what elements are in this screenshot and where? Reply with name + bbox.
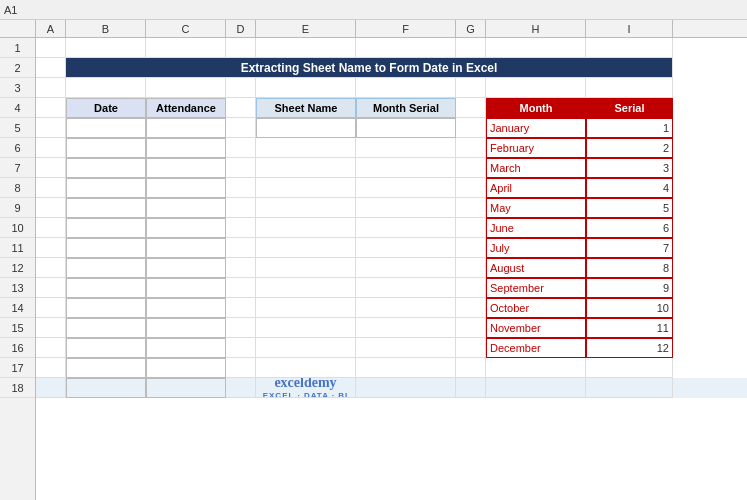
cell-h1[interactable] — [486, 38, 586, 58]
cell-g10[interactable] — [456, 218, 486, 238]
cell-f11[interactable] — [356, 238, 456, 258]
cell-i17[interactable] — [586, 358, 673, 378]
cell-c10[interactable] — [146, 218, 226, 238]
cells-grid[interactable]: Extracting Sheet Name to Form Date in Ex… — [36, 38, 747, 500]
cell-d1[interactable] — [226, 38, 256, 58]
cell-g17[interactable] — [456, 358, 486, 378]
cell-c17[interactable] — [146, 358, 226, 378]
cell-d5[interactable] — [226, 118, 256, 138]
cell-g8[interactable] — [456, 178, 486, 198]
cell-g15[interactable] — [456, 318, 486, 338]
cell-a17[interactable] — [36, 358, 66, 378]
cell-d8[interactable] — [226, 178, 256, 198]
cell-a4[interactable] — [36, 98, 66, 118]
cell-e1[interactable] — [256, 38, 356, 58]
cell-d17[interactable] — [226, 358, 256, 378]
cell-f18[interactable] — [356, 378, 456, 398]
cell-c1[interactable] — [146, 38, 226, 58]
cell-c18[interactable] — [146, 378, 226, 398]
cell-c8[interactable] — [146, 178, 226, 198]
cell-i18[interactable] — [586, 378, 673, 398]
cell-f7[interactable] — [356, 158, 456, 178]
cell-g6[interactable] — [456, 138, 486, 158]
cell-d18[interactable] — [226, 378, 256, 398]
cell-i3[interactable] — [586, 78, 673, 98]
cell-g1[interactable] — [456, 38, 486, 58]
cell-b17[interactable] — [66, 358, 146, 378]
cell-g11[interactable] — [456, 238, 486, 258]
cell-a11[interactable] — [36, 238, 66, 258]
cell-a18[interactable] — [36, 378, 66, 398]
cell-a3[interactable] — [36, 78, 66, 98]
cell-e11[interactable] — [256, 238, 356, 258]
cell-e13[interactable] — [256, 278, 356, 298]
cell-b8[interactable] — [66, 178, 146, 198]
cell-f6[interactable] — [356, 138, 456, 158]
cell-f1[interactable] — [356, 38, 456, 58]
cell-d12[interactable] — [226, 258, 256, 278]
cell-e10[interactable] — [256, 218, 356, 238]
cell-f10[interactable] — [356, 218, 456, 238]
cell-g16[interactable] — [456, 338, 486, 358]
cell-g14[interactable] — [456, 298, 486, 318]
cell-e9[interactable] — [256, 198, 356, 218]
cell-a9[interactable] — [36, 198, 66, 218]
cell-b10[interactable] — [66, 218, 146, 238]
cell-g9[interactable] — [456, 198, 486, 218]
cell-f16[interactable] — [356, 338, 456, 358]
cell-f9[interactable] — [356, 198, 456, 218]
cell-e14[interactable] — [256, 298, 356, 318]
cell-g18[interactable] — [456, 378, 486, 398]
cell-a13[interactable] — [36, 278, 66, 298]
cell-h3[interactable] — [486, 78, 586, 98]
cell-d10[interactable] — [226, 218, 256, 238]
cell-a8[interactable] — [36, 178, 66, 198]
cell-f5[interactable] — [356, 118, 456, 138]
cell-a16[interactable] — [36, 338, 66, 358]
cell-h18[interactable] — [486, 378, 586, 398]
cell-b16[interactable] — [66, 338, 146, 358]
cell-a10[interactable] — [36, 218, 66, 238]
cell-g7[interactable] — [456, 158, 486, 178]
cell-g13[interactable] — [456, 278, 486, 298]
cell-c16[interactable] — [146, 338, 226, 358]
cell-b13[interactable] — [66, 278, 146, 298]
cell-e6[interactable] — [256, 138, 356, 158]
cell-c5[interactable] — [146, 118, 226, 138]
cell-b6[interactable] — [66, 138, 146, 158]
cell-b18[interactable] — [66, 378, 146, 398]
cell-d4[interactable] — [226, 98, 256, 118]
cell-d11[interactable] — [226, 238, 256, 258]
cell-b11[interactable] — [66, 238, 146, 258]
cell-b14[interactable] — [66, 298, 146, 318]
cell-e12[interactable] — [256, 258, 356, 278]
cell-c11[interactable] — [146, 238, 226, 258]
cell-d3[interactable] — [226, 78, 256, 98]
cell-e3[interactable] — [256, 78, 356, 98]
cell-e8[interactable] — [256, 178, 356, 198]
cell-a12[interactable] — [36, 258, 66, 278]
cell-b7[interactable] — [66, 158, 146, 178]
cell-e7[interactable] — [256, 158, 356, 178]
cell-e16[interactable] — [256, 338, 356, 358]
cell-b1[interactable] — [66, 38, 146, 58]
cell-f8[interactable] — [356, 178, 456, 198]
cell-c3[interactable] — [146, 78, 226, 98]
cell-g3[interactable] — [456, 78, 486, 98]
cell-d16[interactable] — [226, 338, 256, 358]
cell-b12[interactable] — [66, 258, 146, 278]
cell-b3[interactable] — [66, 78, 146, 98]
cell-a1[interactable] — [36, 38, 66, 58]
cell-d15[interactable] — [226, 318, 256, 338]
cell-f15[interactable] — [356, 318, 456, 338]
cell-g5[interactable] — [456, 118, 486, 138]
cell-a5[interactable] — [36, 118, 66, 138]
cell-f14[interactable] — [356, 298, 456, 318]
cell-g4[interactable] — [456, 98, 486, 118]
cell-f17[interactable] — [356, 358, 456, 378]
cell-h17[interactable] — [486, 358, 586, 378]
cell-d9[interactable] — [226, 198, 256, 218]
cell-i1[interactable] — [586, 38, 673, 58]
cell-d7[interactable] — [226, 158, 256, 178]
cell-d14[interactable] — [226, 298, 256, 318]
